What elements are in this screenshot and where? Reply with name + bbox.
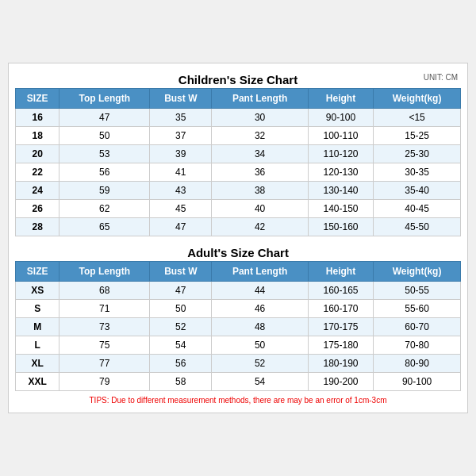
- table-cell: 24: [16, 182, 60, 200]
- adult-header-row: SIZE Top Length Bust W Pant Length Heigh…: [16, 262, 461, 282]
- col-header-size-adult: SIZE: [16, 262, 60, 282]
- table-cell: 48: [212, 318, 309, 336]
- table-row: 28654742150-16045-50: [16, 218, 461, 236]
- table-row: 26624540140-15040-45: [16, 200, 461, 218]
- table-cell: 30-35: [374, 163, 461, 182]
- table-cell: 160-170: [308, 300, 373, 318]
- table-cell: 35: [150, 109, 212, 127]
- table-cell: 32: [212, 127, 309, 145]
- table-cell: XS: [16, 282, 60, 300]
- table-cell: 75: [60, 336, 150, 355]
- table-cell: 18: [16, 127, 60, 145]
- table-cell: 68: [60, 282, 150, 300]
- table-row: 18503732100-11015-25: [16, 127, 461, 145]
- table-cell: 79: [60, 373, 150, 391]
- table-cell: 39: [150, 145, 212, 163]
- table-cell: 54: [150, 336, 212, 355]
- children-title-row: Children's Size Chart UNIT: CM: [15, 70, 461, 88]
- table-cell: 41: [150, 163, 212, 182]
- table-cell: 53: [60, 145, 150, 163]
- table-row: 1647353090-100<15: [16, 109, 461, 127]
- table-cell: 130-140: [308, 182, 373, 200]
- adult-title-row: Adult's Size Chart: [15, 243, 461, 261]
- adult-title: Adult's Size Chart: [187, 246, 289, 259]
- table-cell: 30: [212, 109, 309, 127]
- chart-container: Children's Size Chart UNIT: CM SIZE Top …: [8, 63, 468, 413]
- table-cell: 37: [150, 127, 212, 145]
- col-header-size-children: SIZE: [16, 89, 60, 109]
- table-cell: 46: [212, 300, 309, 318]
- table-cell: 45-50: [374, 218, 461, 236]
- children-header-row: SIZE Top Length Bust W Pant Length Heigh…: [16, 89, 461, 109]
- table-cell: 150-160: [308, 218, 373, 236]
- table-cell: 42: [212, 218, 309, 236]
- col-header-weight-adult: Weight(kg): [374, 262, 461, 282]
- table-cell: 140-150: [308, 200, 373, 218]
- table-cell: 47: [150, 218, 212, 236]
- table-cell: 50: [60, 127, 150, 145]
- table-row: 22564136120-13030-35: [16, 163, 461, 182]
- table-cell: 110-120: [308, 145, 373, 163]
- col-header-toplength-children: Top Length: [60, 89, 150, 109]
- col-header-bustw-children: Bust W: [150, 89, 212, 109]
- table-cell: 40-45: [374, 200, 461, 218]
- table-row: 20533934110-12025-30: [16, 145, 461, 163]
- table-cell: 25-30: [374, 145, 461, 163]
- table-row: XL775652180-19080-90: [16, 355, 461, 373]
- table-cell: 58: [150, 373, 212, 391]
- col-header-height-children: Height: [308, 89, 373, 109]
- table-cell: 175-180: [308, 336, 373, 355]
- table-row: XS684744160-16550-55: [16, 282, 461, 300]
- col-header-bustw-adult: Bust W: [150, 262, 212, 282]
- table-cell: XL: [16, 355, 60, 373]
- adult-table: SIZE Top Length Bust W Pant Length Heigh…: [15, 261, 461, 391]
- table-cell: 36: [212, 163, 309, 182]
- table-cell: 38: [212, 182, 309, 200]
- table-cell: 15-25: [374, 127, 461, 145]
- table-cell: 44: [212, 282, 309, 300]
- col-header-pantlength-children: Pant Length: [212, 89, 309, 109]
- table-cell: 52: [150, 318, 212, 336]
- table-cell: 77: [60, 355, 150, 373]
- table-cell: 71: [60, 300, 150, 318]
- table-cell: 120-130: [308, 163, 373, 182]
- col-header-height-adult: Height: [308, 262, 373, 282]
- table-cell: 34: [212, 145, 309, 163]
- table-cell: 22: [16, 163, 60, 182]
- table-cell: 47: [60, 109, 150, 127]
- table-cell: M: [16, 318, 60, 336]
- table-row: S715046160-17055-60: [16, 300, 461, 318]
- table-cell: 43: [150, 182, 212, 200]
- table-row: M735248170-17560-70: [16, 318, 461, 336]
- table-row: 24594338130-14035-40: [16, 182, 461, 200]
- table-cell: 80-90: [374, 355, 461, 373]
- table-cell: 50-55: [374, 282, 461, 300]
- table-cell: 28: [16, 218, 60, 236]
- table-cell: 170-175: [308, 318, 373, 336]
- col-header-weight-children: Weight(kg): [374, 89, 461, 109]
- table-cell: 54: [212, 373, 309, 391]
- table-cell: 56: [60, 163, 150, 182]
- unit-label: UNIT: CM: [424, 73, 458, 82]
- table-cell: L: [16, 336, 60, 355]
- table-cell: 90-100: [374, 373, 461, 391]
- table-cell: 40: [212, 200, 309, 218]
- table-row: L755450175-18070-80: [16, 336, 461, 355]
- table-cell: 50: [212, 336, 309, 355]
- table-cell: 62: [60, 200, 150, 218]
- table-cell: 56: [150, 355, 212, 373]
- table-cell: 50: [150, 300, 212, 318]
- tips-text: TIPS: Due to different measurement metho…: [15, 391, 461, 406]
- table-cell: 70-80: [374, 336, 461, 355]
- table-cell: 190-200: [308, 373, 373, 391]
- col-header-toplength-adult: Top Length: [60, 262, 150, 282]
- table-cell: 65: [60, 218, 150, 236]
- table-cell: 73: [60, 318, 150, 336]
- table-cell: 180-190: [308, 355, 373, 373]
- children-table: SIZE Top Length Bust W Pant Length Heigh…: [15, 88, 461, 236]
- col-header-pantlength-adult: Pant Length: [212, 262, 309, 282]
- table-cell: 160-165: [308, 282, 373, 300]
- table-cell: 60-70: [374, 318, 461, 336]
- table-cell: S: [16, 300, 60, 318]
- table-cell: 26: [16, 200, 60, 218]
